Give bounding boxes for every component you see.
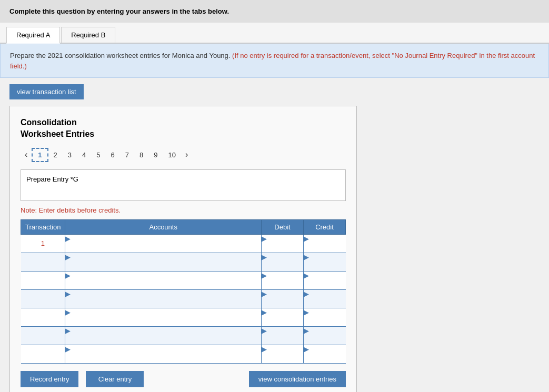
account-input-6[interactable] bbox=[65, 335, 261, 345]
instruction-box: Prepare the 2021 consolidation worksheet… bbox=[0, 44, 549, 78]
table-row: ▶ ▶ ▶ bbox=[21, 289, 346, 308]
credit-cell-1: ▶ bbox=[304, 234, 346, 253]
table-row: ▶ ▶ ▶ bbox=[21, 308, 346, 326]
entry-table: Transaction Accounts Debit Credit 1 ▶ ▶ … bbox=[21, 219, 346, 364]
entry-description: Prepare Entry *G bbox=[21, 169, 346, 201]
debit-input-3[interactable] bbox=[262, 279, 303, 289]
prev-page-button[interactable]: ‹ bbox=[21, 148, 32, 162]
transaction-cell-6 bbox=[21, 326, 65, 345]
credit-cell-3: ▶ bbox=[304, 271, 346, 289]
credit-input-7[interactable] bbox=[304, 353, 346, 363]
instruction-text: Complete this question by entering your … bbox=[9, 7, 229, 15]
credit-input-4[interactable] bbox=[304, 298, 346, 308]
debit-cell-4: ▶ bbox=[262, 289, 304, 308]
debit-cell-7: ▶ bbox=[262, 345, 304, 363]
account-cell-1: ▶ bbox=[65, 234, 262, 253]
tabs-bar: Required A Required B bbox=[0, 23, 549, 44]
transaction-cell-2 bbox=[21, 253, 65, 271]
debit-cell-6: ▶ bbox=[262, 326, 304, 345]
instruction-main-text: Prepare the 2021 consolidation worksheet… bbox=[10, 52, 230, 59]
top-instruction: Complete this question by entering your … bbox=[0, 0, 549, 23]
credit-cell-7: ▶ bbox=[304, 345, 346, 363]
col-credit: Credit bbox=[304, 219, 346, 234]
transaction-cell-1: 1 bbox=[21, 234, 65, 253]
account-input-1[interactable] bbox=[65, 243, 261, 253]
view-consolidation-button[interactable]: view consolidation entries bbox=[249, 371, 346, 387]
pagination: ‹ 1 2 3 4 5 6 7 8 9 10 › bbox=[21, 148, 346, 162]
action-buttons: Record entry Clear entry view consolidat… bbox=[21, 371, 346, 387]
account-input-4[interactable] bbox=[65, 298, 261, 308]
chevron-left-icon: ‹ bbox=[25, 150, 27, 159]
tab-required-a[interactable]: Required A bbox=[6, 27, 60, 44]
debit-cell-5: ▶ bbox=[262, 308, 304, 326]
credit-input-1[interactable] bbox=[304, 243, 346, 253]
worksheet-panel: Consolidation Worksheet Entries ‹ 1 2 3 … bbox=[9, 106, 357, 392]
credit-cell-5: ▶ bbox=[304, 308, 346, 326]
credit-cell-2: ▶ bbox=[304, 253, 346, 271]
page-4-button[interactable]: 4 bbox=[77, 149, 91, 161]
account-cell-5: ▶ bbox=[65, 308, 262, 326]
col-transaction: Transaction bbox=[21, 219, 65, 234]
credit-input-3[interactable] bbox=[304, 279, 346, 289]
clear-entry-button[interactable]: Clear entry bbox=[86, 371, 144, 387]
page-2-button[interactable]: 2 bbox=[48, 149, 63, 161]
view-transaction-area: view transaction list bbox=[9, 84, 540, 99]
account-input-2[interactable] bbox=[65, 261, 261, 271]
page-9-button[interactable]: 9 bbox=[148, 149, 163, 161]
table-row: ▶ ▶ ▶ bbox=[21, 326, 346, 345]
debit-cell-3: ▶ bbox=[262, 271, 304, 289]
account-cell-2: ▶ bbox=[65, 253, 262, 271]
debit-input-6[interactable] bbox=[262, 335, 303, 345]
table-row: 1 ▶ ▶ ▶ bbox=[21, 234, 346, 253]
page-10-button[interactable]: 10 bbox=[163, 149, 181, 161]
page-5-button[interactable]: 5 bbox=[91, 149, 105, 161]
debit-input-5[interactable] bbox=[262, 316, 303, 326]
tab-required-b[interactable]: Required B bbox=[61, 27, 115, 43]
entry-label: Prepare Entry *G bbox=[26, 175, 78, 183]
page-8-button[interactable]: 8 bbox=[134, 149, 148, 161]
account-cell-3: ▶ bbox=[65, 271, 262, 289]
credit-input-5[interactable] bbox=[304, 316, 346, 326]
col-debit: Debit bbox=[262, 219, 304, 234]
table-row: ▶ ▶ ▶ bbox=[21, 271, 346, 289]
table-row: ▶ ▶ ▶ bbox=[21, 345, 346, 363]
debit-input-4[interactable] bbox=[262, 298, 303, 308]
account-cell-6: ▶ bbox=[65, 326, 262, 345]
table-row: ▶ ▶ ▶ bbox=[21, 253, 346, 271]
view-transaction-button[interactable]: view transaction list bbox=[9, 84, 84, 99]
main-content: Consolidation Worksheet Entries ‹ 1 2 3 … bbox=[0, 106, 549, 392]
col-accounts: Accounts bbox=[65, 219, 262, 234]
debit-input-2[interactable] bbox=[262, 261, 303, 271]
transaction-cell-3 bbox=[21, 271, 65, 289]
credit-cell-6: ▶ bbox=[304, 326, 346, 345]
debit-input-1[interactable] bbox=[262, 243, 303, 253]
debit-cell-2: ▶ bbox=[262, 253, 304, 271]
account-input-7[interactable] bbox=[65, 353, 261, 363]
debit-cell-1: ▶ bbox=[262, 234, 304, 253]
debit-input-7[interactable] bbox=[262, 353, 303, 363]
page-1-button[interactable]: 1 bbox=[32, 148, 48, 162]
account-cell-4: ▶ bbox=[65, 289, 262, 308]
credit-input-6[interactable] bbox=[304, 335, 346, 345]
credit-cell-4: ▶ bbox=[304, 289, 346, 308]
account-input-5[interactable] bbox=[65, 316, 261, 326]
chevron-right-icon: › bbox=[185, 150, 188, 159]
worksheet-title: Consolidation Worksheet Entries bbox=[21, 117, 346, 140]
page-7-button[interactable]: 7 bbox=[120, 149, 134, 161]
debit-credit-note: Note: Enter debits before credits. bbox=[21, 206, 346, 214]
transaction-cell-4 bbox=[21, 289, 65, 308]
account-input-3[interactable] bbox=[65, 279, 261, 289]
record-entry-button[interactable]: Record entry bbox=[21, 371, 78, 387]
page-6-button[interactable]: 6 bbox=[106, 149, 120, 161]
transaction-cell-5 bbox=[21, 308, 65, 326]
page-3-button[interactable]: 3 bbox=[63, 149, 77, 161]
next-page-button[interactable]: › bbox=[181, 148, 192, 162]
credit-input-2[interactable] bbox=[304, 261, 346, 271]
account-cell-7: ▶ bbox=[65, 345, 262, 363]
transaction-cell-7 bbox=[21, 345, 65, 363]
